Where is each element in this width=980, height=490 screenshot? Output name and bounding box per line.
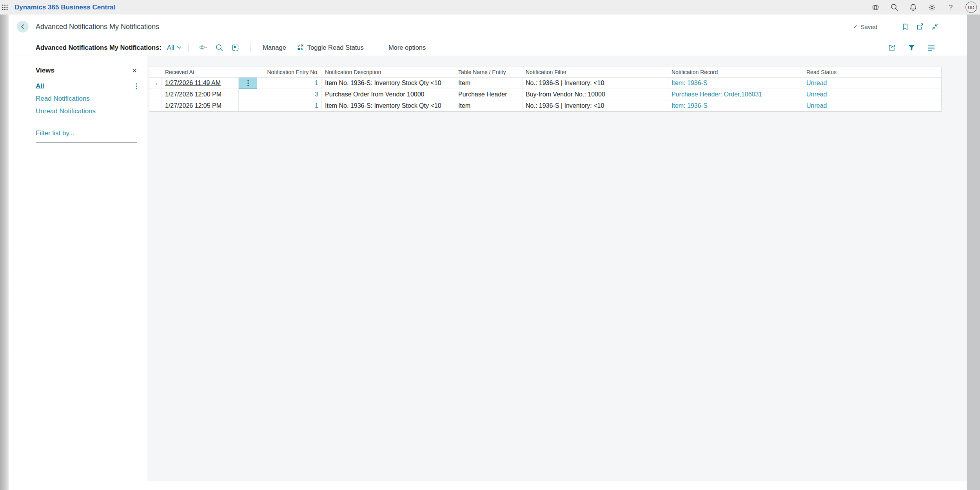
copilot-icon[interactable] (871, 3, 880, 11)
cell-read-status[interactable]: Unread (803, 78, 941, 89)
close-icon[interactable]: ✕ (132, 67, 137, 74)
left-edge-strip (0, 15, 9, 490)
cell-description[interactable]: Item No. 1936-S: Inventory Stock Qty <10 (322, 78, 455, 89)
more-menu-icon[interactable] (136, 83, 137, 89)
view-filter-dropdown[interactable]: All (167, 44, 181, 51)
toolbar-separator (188, 43, 189, 52)
column-header-entity[interactable]: Table Name / Entity (455, 69, 523, 75)
current-row-arrow-icon: → (152, 80, 159, 87)
page-title: Advanced Notifications My Notifications (36, 23, 159, 31)
list-area: Received At Notification Entry No. Notif… (147, 56, 967, 481)
bell-icon[interactable] (909, 3, 917, 11)
notifications-table: Received At Notification Entry No. Notif… (149, 67, 942, 112)
column-header-read-status[interactable]: Read Status (803, 69, 941, 75)
cell-filter[interactable]: Buy-from Vendor No.: 10000 (523, 89, 668, 100)
cell-record-link[interactable]: Item: 1936-S (668, 100, 803, 111)
avatar[interactable]: UD (965, 2, 977, 13)
view-item-read-notifications[interactable]: Read Notifications (36, 93, 137, 105)
chevron-down-icon (177, 46, 181, 49)
search-icon[interactable] (890, 3, 898, 11)
table-header-row: Received At Notification Entry No. Notif… (149, 67, 941, 77)
manage-button[interactable]: Manage (263, 44, 286, 51)
gear-icon[interactable] (928, 3, 936, 11)
table-row[interactable]: 1/27/2026 12:00 PM3Purchase Order from V… (149, 89, 941, 100)
toggle-read-status-label: Toggle Read Status (307, 44, 364, 51)
manage-label: Manage (263, 44, 286, 51)
cell-entity[interactable]: Item (455, 100, 523, 111)
analyze-icon[interactable] (231, 43, 240, 52)
cell-entity[interactable]: Purchase Header (455, 89, 523, 100)
saved-label: Saved (860, 24, 877, 30)
app-window: Dynamics 365 Business Central (0, 0, 980, 490)
vertical-scrollbar[interactable] (967, 15, 980, 490)
view-item-unread-notifications[interactable]: Unread Notifications (36, 105, 137, 118)
list-layout-icon[interactable] (927, 43, 936, 52)
toolbar-separator (376, 43, 376, 52)
column-header-filter[interactable]: Notification Filter (523, 69, 668, 75)
view-item-label[interactable]: Read Notifications (36, 95, 90, 103)
divider (36, 124, 137, 124)
cell-record-link[interactable]: Item: 1936-S (668, 78, 803, 89)
help-icon[interactable]: ? (947, 3, 955, 11)
row-menu-button[interactable] (239, 78, 257, 89)
toggle-read-status-button[interactable]: Toggle Read Status (297, 44, 364, 51)
cell-entity[interactable]: Item (455, 78, 523, 89)
cell-entry-no[interactable]: 1 (257, 78, 322, 89)
page-header: Advanced Notifications My Notifications … (0, 15, 980, 39)
table-row[interactable]: →1/27/2026 11:49 AM1Item No. 1936-S: Inv… (149, 77, 941, 89)
top-bar: Dynamics 365 Business Central (0, 0, 980, 15)
views-panel-title: Views (36, 67, 54, 74)
cell-received-at[interactable]: 1/27/2026 12:05 PM (162, 100, 239, 111)
cell-read-status[interactable]: Unread (803, 89, 941, 100)
row-selector-cell: → (149, 78, 162, 89)
row-menu-cell (239, 89, 257, 100)
cell-entry-no[interactable]: 1 (257, 100, 322, 111)
cell-entry-no[interactable]: 3 (257, 89, 322, 100)
cell-filter[interactable]: No.: 1936-S | Inventory: <10 (523, 100, 668, 111)
saved-indicator: ✓ Saved (853, 23, 877, 30)
open-in-window-icon[interactable] (916, 22, 924, 31)
list-toolbar: Advanced Notifications My Notifications:… (0, 39, 980, 56)
cell-description[interactable]: Item No. 1936-S: Inventory Stock Qty <10 (322, 100, 455, 111)
check-icon: ✓ (853, 23, 858, 30)
views-panel: Views ✕ All Read Notifications Unread No… (9, 56, 147, 481)
cell-filter[interactable]: No.: 1936-S | Inventory: <10 (523, 78, 668, 89)
table-body: →1/27/2026 11:49 AM1Item No. 1936-S: Inv… (149, 77, 941, 111)
share-icon[interactable] (887, 43, 897, 52)
row-menu-cell (239, 100, 257, 111)
view-filter-value: All (167, 44, 174, 51)
toggle-read-status-icon (297, 44, 304, 51)
row-selector-cell (149, 89, 162, 100)
cell-received-at[interactable]: 1/27/2026 11:49 AM (162, 78, 239, 89)
cell-description[interactable]: Purchase Order from Vendor 10000 (322, 89, 455, 100)
more-options-button[interactable]: More options (388, 44, 426, 51)
app-title[interactable]: Dynamics 365 Business Central (15, 4, 115, 11)
more-options-label: More options (388, 44, 426, 51)
table-row[interactable]: 1/27/2026 12:05 PM1Item No. 1936-S: Inve… (149, 100, 941, 111)
list-caption: Advanced Notifications My Notifications: (36, 44, 162, 51)
cell-read-status[interactable]: Unread (803, 100, 941, 111)
bookmark-icon[interactable] (901, 22, 909, 31)
filter-icon[interactable] (907, 43, 916, 52)
filter-list-by-link[interactable]: Filter list by... (36, 129, 137, 137)
view-item-label[interactable]: Unread Notifications (36, 107, 96, 115)
search-icon[interactable] (215, 43, 224, 52)
view-item-label[interactable]: All (36, 82, 44, 90)
divider (36, 142, 137, 143)
cell-record-link[interactable]: Purchase Header: Order,106031 (668, 89, 803, 100)
column-header-entry-no[interactable]: Notification Entry No. (257, 69, 322, 75)
view-item-all[interactable]: All (36, 80, 137, 93)
column-header-record[interactable]: Notification Record (668, 69, 803, 75)
toolbar-separator (250, 43, 250, 52)
back-button[interactable] (17, 21, 29, 33)
cell-received-at[interactable]: 1/27/2026 12:00 PM (162, 89, 239, 100)
waffle-icon[interactable] (2, 4, 8, 10)
copilot-icon[interactable] (199, 43, 208, 52)
column-header-received-at[interactable]: Received At (162, 69, 239, 75)
row-selector-cell (149, 100, 162, 111)
column-header-description[interactable]: Notification Description (322, 69, 455, 75)
collapse-icon[interactable] (931, 22, 939, 31)
